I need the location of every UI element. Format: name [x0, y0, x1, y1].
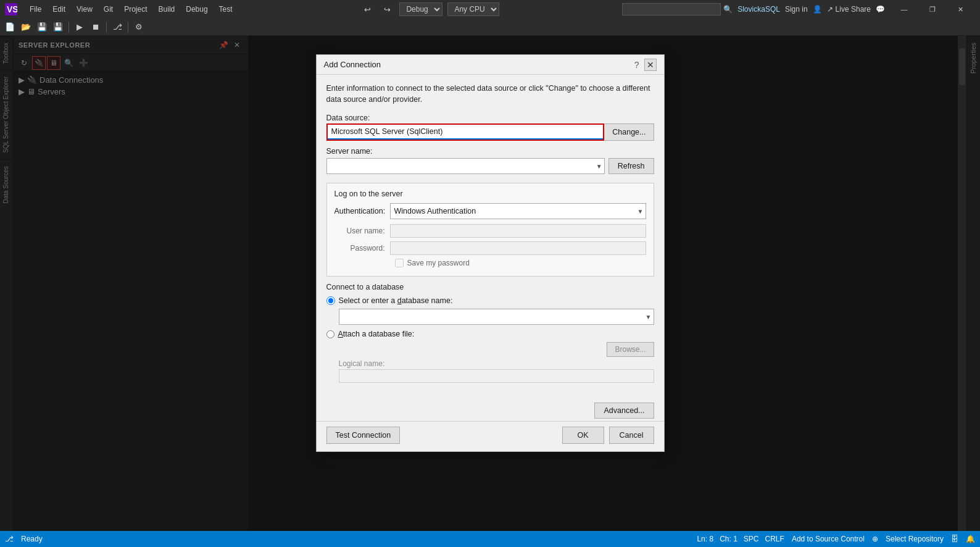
undo-button[interactable]: ↩ [360, 2, 375, 17]
titlebar-menu: File Edit View Git Project Build Debug T… [25, 4, 238, 15]
browse-button[interactable]: Browse... [607, 342, 654, 357]
menu-build[interactable]: Build [154, 4, 180, 15]
menu-edit[interactable]: Edit [48, 4, 70, 15]
server-name-label: Server name: [326, 147, 654, 156]
password-row: Password: [334, 241, 646, 255]
password-field[interactable] [390, 241, 646, 255]
refresh-button[interactable]: Refresh [608, 158, 654, 174]
server-name-combo[interactable] [326, 158, 605, 174]
repository-icon: 🗄 [951, 535, 958, 543]
dialog-help-button[interactable]: ? [634, 60, 639, 70]
start-debug-button[interactable]: ▶ [72, 20, 87, 35]
config-dropdown[interactable]: Debug [399, 2, 442, 16]
password-field-label: Password: [334, 244, 390, 253]
menu-file[interactable]: File [25, 4, 46, 15]
menu-git[interactable]: Git [99, 4, 118, 15]
search-input[interactable] [622, 3, 721, 15]
datasource-input[interactable] [328, 125, 604, 140]
titlebar-right: 🔍 SlovickaSQL Sign in 👤 ↗ Live Share 💬 —… [622, 0, 975, 19]
titlebar-left: VS File Edit View Git Project Build Debu… [5, 3, 238, 15]
save-all-button[interactable]: 💾 [51, 20, 65, 35]
browse-row: Browse... [339, 342, 654, 357]
authentication-combo[interactable]: Windows Authentication SQL Server Authen… [390, 203, 646, 219]
attach-db-radio-row: Attach a database file: [326, 330, 654, 338]
select-db-radio-row: Select or enter a database name: [326, 296, 654, 305]
redo-button[interactable]: ↪ [380, 2, 394, 17]
change-button[interactable]: Change... [604, 123, 654, 141]
connect-db-label: Connect to a database [326, 283, 654, 291]
line-col-label: Ln: 8 Ch: 1 SPC CRLF [697, 535, 784, 543]
logical-name-input[interactable] [339, 369, 654, 383]
source-control-icon: ⊕ [872, 535, 878, 543]
open-file-button[interactable]: 📂 [19, 20, 33, 35]
statusbar-left: ⎇ Ready [5, 535, 43, 543]
datasource-label: Data source: [326, 114, 654, 122]
select-db-radio-label: Select or enter a database name: [339, 296, 453, 305]
select-db-radio[interactable] [326, 296, 335, 305]
logon-section-label: Log on to the server [334, 190, 646, 198]
username-label: SlovickaSQL [737, 5, 780, 14]
attach-db-radio[interactable] [326, 330, 334, 338]
toolbar-separator-2 [106, 22, 107, 33]
username-field-label: User name: [334, 227, 390, 235]
database-name-combo[interactable] [339, 309, 654, 325]
attach-db-radio-label: Attach a database file: [338, 330, 415, 338]
advanced-button-row: Advanced... [317, 398, 664, 421]
platform-dropdown[interactable]: Any CPU [447, 2, 499, 16]
titlebar-center: ↩ ↪ Debug Any CPU [360, 2, 499, 17]
statusbar: ⎇ Ready Ln: 8 Ch: 1 SPC CRLF Add to Sour… [0, 531, 980, 547]
window-controls: — ❐ ✕ [890, 0, 975, 19]
menu-debug[interactable]: Debug [181, 4, 212, 15]
toolbar-separator-1 [69, 22, 69, 33]
server-input-row: ▼ Refresh [326, 158, 654, 174]
stop-debug-button[interactable]: ⏹ [88, 20, 103, 35]
add-connection-dialog: Add Connection ? ✕ Enter information to … [316, 54, 665, 452]
git-button[interactable]: ⎇ [110, 20, 125, 35]
menu-view[interactable]: View [72, 4, 98, 15]
search-area: 🔍 [622, 3, 733, 15]
save-password-checkbox[interactable] [395, 259, 404, 267]
close-button[interactable]: ✕ [947, 0, 975, 19]
dialog-titlebar-right: ? ✕ [634, 59, 657, 71]
new-file-button[interactable]: 📄 [2, 20, 17, 35]
minimize-button[interactable]: — [890, 0, 918, 19]
ready-label: Ready [21, 535, 43, 543]
add-source-control-button[interactable]: Add to Source Control [792, 535, 865, 543]
select-repository-button[interactable]: Select Repository [886, 535, 944, 543]
db-name-row: ▼ [339, 309, 654, 325]
menu-project[interactable]: Project [119, 4, 152, 15]
server-name-section: Server name: ▼ Refresh [326, 147, 654, 174]
live-share-label: Live Share [836, 5, 871, 14]
vs-logo-icon: VS [5, 3, 17, 15]
ok-button[interactable]: OK [562, 427, 604, 444]
username-field[interactable] [390, 224, 646, 238]
logon-section: Log on to the server Authentication: Win… [326, 183, 654, 277]
statusbar-right: Ln: 8 Ch: 1 SPC CRLF Add to Source Contr… [697, 535, 975, 543]
sign-in-label[interactable]: Sign in [785, 5, 808, 14]
feedback-icon: 💬 [876, 5, 885, 14]
cancel-button[interactable]: Cancel [609, 427, 654, 444]
save-password-label: Save my password [407, 259, 470, 267]
live-share-button[interactable]: ↗ Live Share [827, 5, 871, 14]
sign-in-icon: 👤 [813, 5, 822, 14]
svg-text:VS: VS [7, 4, 17, 14]
database-section: Connect to a database Select or enter a … [326, 283, 654, 383]
git-status-icon: ⎇ [5, 535, 14, 543]
dialog-close-button[interactable]: ✕ [644, 59, 657, 71]
username-row: User name: [334, 224, 646, 238]
restore-button[interactable]: ❐ [918, 0, 947, 19]
toolbar-separator-3 [128, 22, 128, 33]
datasource-row: Change... [326, 123, 654, 141]
dialog-overlay: Add Connection ? ✕ Enter information to … [0, 36, 980, 531]
dialog-footer-right: OK Cancel [562, 427, 654, 444]
save-button[interactable]: 💾 [35, 20, 49, 35]
properties-button[interactable]: ⚙ [131, 20, 146, 35]
dialog-footer: Test Connection OK Cancel [317, 421, 664, 451]
menu-test[interactable]: Test [214, 4, 238, 15]
dialog-titlebar: Add Connection ? ✕ [317, 55, 664, 75]
datasource-input-wrap [326, 123, 605, 141]
dialog-description: Enter information to connect to the sele… [326, 83, 654, 105]
test-connection-button[interactable]: Test Connection [326, 427, 401, 444]
advanced-button[interactable]: Advanced... [594, 403, 654, 419]
search-icon: 🔍 [723, 5, 733, 14]
